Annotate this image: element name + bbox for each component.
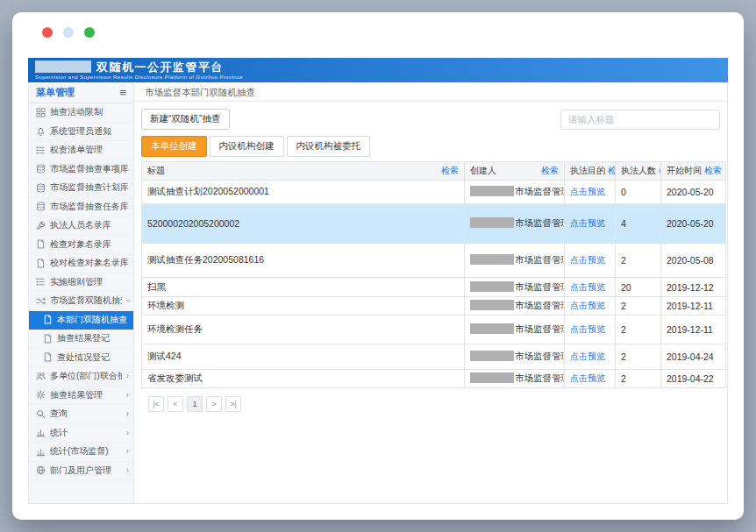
table-row[interactable]: 测试抽查计划2020052000001 市场监督管理局 点击预览 0 2020-… xyxy=(142,181,726,204)
sidebar-item-dept-user-mgmt[interactable]: 部门及用户管理 › xyxy=(29,462,133,481)
preview-link[interactable]: 点击预览 xyxy=(570,255,605,265)
column-label: 开始时间 xyxy=(667,165,702,177)
sidebar-item-duty-list-mgmt[interactable]: 权责清单管理 xyxy=(29,141,133,160)
search-filter-link[interactable]: 检索 xyxy=(541,165,559,177)
document-icon xyxy=(36,259,46,268)
table-row[interactable]: 环境检测任务 市场监督管理局 点击预览 2 2019-12-11 xyxy=(142,316,726,344)
sidebar-item-label: 权责清单管理 xyxy=(50,144,129,156)
redacted-text xyxy=(470,300,514,310)
sidebar-item-double-random-group[interactable]: 市场监督双随机抽查 › xyxy=(29,292,133,311)
row-officer-count: 4 xyxy=(616,204,661,244)
sidebar-item-inspection-tasks-db[interactable]: 市场监督抽查任务库 xyxy=(29,198,133,217)
sidebar-item-label: 市场监督抽查事项库 xyxy=(50,163,129,175)
preview-link[interactable]: 点击预览 xyxy=(570,373,605,383)
breadcrumb: 市场监督本部门双随机抽查 xyxy=(134,82,727,102)
row-title: 520000202005200002 xyxy=(142,204,465,244)
maximize-window-button[interactable] xyxy=(84,27,95,38)
row-title: 测试抽查计划2020052000001 xyxy=(142,181,465,204)
app-frame: 双随机一公开监管平台 Supervision and Supervision R… xyxy=(28,58,728,504)
row-officer-count: 2 xyxy=(616,344,661,370)
preview-link[interactable]: 点击预览 xyxy=(570,282,605,292)
platform-subtitle: Supervision and Supervision Results Disc… xyxy=(35,74,243,80)
preview-link[interactable]: 点击预览 xyxy=(570,324,605,334)
row-start-date: 2019-12-11 xyxy=(661,297,726,316)
redacted-text xyxy=(470,186,514,196)
column-header-start-date: 开始时间 检索 xyxy=(661,162,726,181)
sidebar-item-rules-mgmt[interactable]: 实施细则管理 xyxy=(29,273,133,293)
sidebar-item-statistics-market[interactable]: 统计(市场监督) › xyxy=(29,443,133,462)
sidebar-item-joint-inspection[interactable]: 多单位(部门)联合抽查 › xyxy=(29,367,133,387)
column-label: 执法人数 xyxy=(621,165,656,177)
sidebar-item-enforcers-roster[interactable]: 执法人员名录库 xyxy=(29,216,133,236)
wrench-icon xyxy=(36,221,46,231)
sidebar-item-label: 多单位(部门)联合抽查 xyxy=(50,370,122,382)
users-icon xyxy=(36,372,46,381)
minimize-window-button[interactable] xyxy=(63,27,74,38)
row-officer-count: 2 xyxy=(616,244,661,278)
sidebar-item-label: 查询 xyxy=(50,408,122,420)
grid-icon xyxy=(36,108,46,117)
sidebar-item-result-register[interactable]: 抽查结果登记 xyxy=(29,330,133,349)
title-search-input[interactable] xyxy=(560,110,720,130)
table-row[interactable]: 测试424 市场监督管理局 点击预览 2 2019-04-24 xyxy=(142,344,726,370)
preview-link[interactable]: 点击预览 xyxy=(570,187,605,196)
tab-internal-org-created[interactable]: 内设机构创建 xyxy=(210,136,284,157)
preview-link[interactable]: 点击预览 xyxy=(570,351,605,361)
pagination-current-page[interactable]: 1 xyxy=(187,396,203,412)
row-start-date: 2019-12-11 xyxy=(661,316,726,344)
main-content: 市场监督本部门双随机抽查 新建“双随机”抽查 本单位创建 内设机构创建 内设机构… xyxy=(134,82,727,503)
redacted-text xyxy=(470,372,514,383)
pagination-first-button[interactable]: |< xyxy=(148,396,164,412)
bar-chart-icon xyxy=(36,447,46,457)
tab-internal-org-delegated[interactable]: 内设机构被委托 xyxy=(287,136,371,157)
sidebar-item-inspection-plans-db[interactable]: 市场监督抽查计划库 xyxy=(29,179,133,198)
sidebar-item-own-dept-double-random[interactable]: 本部门双随机抽查 xyxy=(29,311,133,330)
sidebar-item-statistics[interactable]: 统计 › xyxy=(29,424,133,443)
table-row[interactable]: 省发改委测试 市场监督管理局 点击预览 2 2019-04-22 xyxy=(142,370,726,388)
row-title: 测试424 xyxy=(142,344,465,370)
row-start-date: 2019-04-22 xyxy=(661,370,726,388)
row-title: 环境检测 xyxy=(142,297,465,316)
row-title: 省发改委测试 xyxy=(142,370,465,388)
column-header-creator: 创建人 检索 xyxy=(465,162,565,181)
sidebar-item-activity-limit[interactable]: 抽查活动限制 xyxy=(29,103,133,123)
chevron-right-icon: › xyxy=(126,466,129,475)
redacted-province-name xyxy=(35,60,91,73)
column-label: 标题 xyxy=(147,165,165,177)
sidebar-item-targets-roster[interactable]: 检查对象名录库 xyxy=(29,236,133,255)
sidebar-item-targets-check-roster[interactable]: 校对检查对象名录库 xyxy=(29,254,133,273)
search-filter-link[interactable]: 检索 xyxy=(441,165,459,177)
sidebar-item-admin-notice[interactable]: 系统管理员通知 xyxy=(29,123,133,142)
hamburger-menu-icon[interactable]: ≡ xyxy=(119,86,126,99)
new-inspection-button[interactable]: 新建“双随机”抽查 xyxy=(141,109,230,130)
pagination-last-button[interactable]: >| xyxy=(225,396,241,412)
table-row[interactable]: 扫黑 市场监督管理局 点击预览 20 2019-12-12 xyxy=(142,278,726,297)
sidebar-item-label: 抽查活动限制 xyxy=(50,106,129,118)
preview-link[interactable]: 点击预览 xyxy=(570,218,605,228)
row-creator: 市场监督管理局 xyxy=(465,297,565,316)
sidebar-item-label: 市场监督抽查计划库 xyxy=(50,181,129,194)
preview-link[interactable]: 点击预览 xyxy=(570,301,605,310)
list-icon xyxy=(36,145,46,155)
row-officer-count: 2 xyxy=(616,316,661,344)
close-window-button[interactable] xyxy=(42,27,53,38)
sidebar-item-inspection-items-db[interactable]: 市场监督抽查事项库 xyxy=(29,160,133,180)
app-header: 双随机一公开监管平台 Supervision and Supervision R… xyxy=(28,58,728,82)
sidebar-item-investigation-register[interactable]: 查处情况登记 xyxy=(29,349,133,368)
tab-own-unit-created[interactable]: 本单位创建 xyxy=(141,136,207,157)
pagination-prev-button[interactable]: < xyxy=(168,396,183,412)
row-creator: 市场监督管理局 xyxy=(465,204,565,244)
table-row[interactable]: 环境检测 市场监督管理局 点击预览 2 2019-12-11 xyxy=(142,297,726,316)
search-filter-link[interactable]: 检索 xyxy=(704,165,722,177)
chevron-right-icon: › xyxy=(126,447,129,456)
sidebar-item-result-mgmt[interactable]: 抽查结果管理 › xyxy=(29,387,133,406)
row-creator: 市场监督管理局 xyxy=(465,181,565,204)
pagination-next-button[interactable]: > xyxy=(206,396,222,412)
row-creator: 市场监督管理局 xyxy=(465,278,565,297)
sidebar-item-query[interactable]: 查询 › xyxy=(29,405,133,424)
search-filter-link[interactable]: 检索 xyxy=(608,165,616,177)
document-icon xyxy=(43,352,53,362)
table-row[interactable]: 测试抽查任务202005081616 市场监督管理局 点击预览 2 2020-0… xyxy=(142,244,726,278)
table-row-selected[interactable]: 520000202005200002 市场监督管理局 点击预览 4 2020-0… xyxy=(142,204,726,244)
sidebar-item-label: 抽查结果管理 xyxy=(50,389,122,401)
